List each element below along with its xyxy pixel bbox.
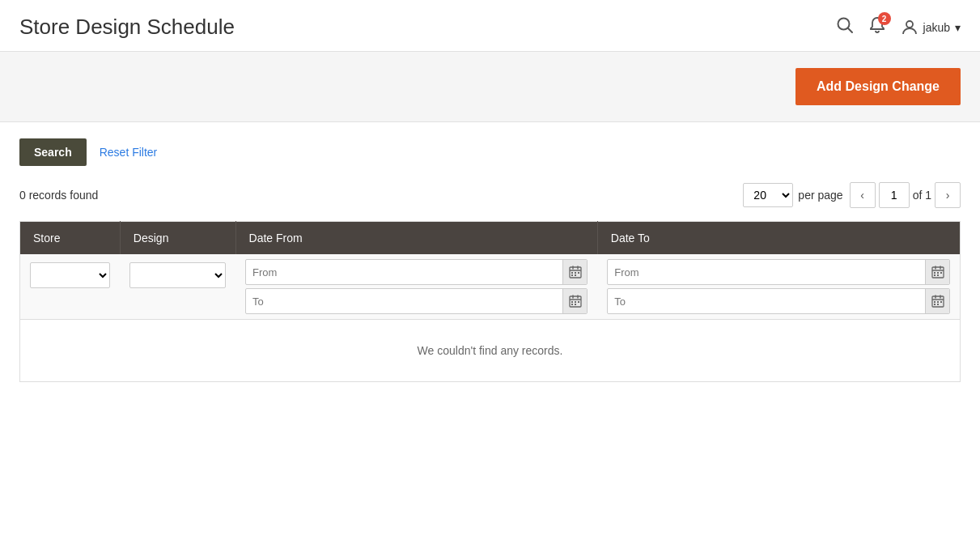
date-from-to-row (245, 288, 588, 314)
svg-point-2 (906, 21, 913, 28)
date-to-from-calendar-button[interactable] (925, 260, 949, 284)
date-to-to-input[interactable] (608, 291, 925, 312)
design-filter-cell (120, 254, 235, 320)
content-area: Search Reset Filter 0 records found 20 5… (0, 122, 980, 398)
svg-rect-7 (571, 272, 573, 274)
header: Store Design Schedule 2 jakub ▾ (0, 0, 980, 52)
prev-page-button[interactable]: ‹ (850, 182, 876, 208)
design-filter-select[interactable] (129, 262, 226, 288)
svg-line-1 (847, 28, 851, 32)
store-filter-select[interactable] (30, 262, 110, 288)
svg-rect-11 (575, 274, 576, 276)
page-of-label: of 1 (913, 189, 931, 202)
page-number-input[interactable] (879, 182, 910, 208)
svg-rect-17 (575, 301, 576, 303)
svg-rect-18 (578, 301, 579, 303)
add-design-change-button[interactable]: Add Design Change (795, 68, 961, 105)
header-actions: 2 jakub ▾ (836, 16, 961, 38)
date-from-to-calendar-button[interactable] (562, 289, 587, 313)
per-page-selector: 20 50 100 per page (743, 183, 842, 207)
table-header-row: Store Design Date From Date To (20, 222, 961, 255)
col-design: Design (120, 222, 235, 255)
user-menu-button[interactable]: jakub ▾ (901, 19, 961, 36)
date-to-input-group (607, 259, 950, 314)
date-from-filter-cell (235, 254, 597, 320)
svg-rect-35 (937, 301, 939, 303)
svg-rect-29 (937, 274, 939, 276)
per-page-select[interactable]: 20 50 100 (743, 183, 793, 207)
date-to-filter-cell (597, 254, 960, 320)
chevron-down-icon: ▾ (955, 21, 961, 34)
reset-filter-link[interactable]: Reset Filter (100, 146, 158, 159)
notification-badge: 2 (878, 12, 891, 25)
date-to-from-row (607, 259, 950, 285)
date-to-from-input[interactable] (608, 262, 925, 283)
date-to-to-calendar-button[interactable] (925, 289, 949, 313)
col-date-to: Date To (597, 222, 960, 255)
col-store: Store (20, 222, 121, 255)
notifications-button[interactable]: 2 (868, 16, 886, 38)
store-filter-cell (20, 254, 121, 320)
next-page-button[interactable]: › (935, 182, 961, 208)
svg-rect-25 (934, 272, 935, 274)
date-from-to-input[interactable] (246, 291, 562, 312)
svg-rect-19 (571, 304, 573, 305)
svg-rect-26 (937, 272, 939, 274)
date-from-input-group (245, 259, 588, 314)
svg-rect-27 (940, 272, 942, 274)
toolbar-bar: Add Design Change (0, 52, 980, 122)
date-from-from-input[interactable] (246, 262, 562, 283)
svg-rect-9 (578, 272, 579, 274)
svg-rect-8 (575, 272, 576, 274)
svg-rect-38 (937, 304, 939, 305)
pagination-row: 0 records found 20 50 100 per page ‹ of … (19, 182, 961, 208)
records-found: 0 records found (19, 189, 98, 202)
col-date-from: Date From (235, 222, 597, 255)
svg-rect-28 (934, 274, 935, 276)
empty-state-row: We couldn't find any records. (20, 320, 961, 382)
filter-row: Search Reset Filter (19, 138, 961, 166)
svg-rect-37 (934, 304, 935, 305)
svg-rect-16 (571, 301, 573, 303)
empty-state-message: We couldn't find any records. (20, 320, 961, 382)
pagination-controls: 20 50 100 per page ‹ of 1 › (743, 182, 961, 208)
date-from-from-calendar-button[interactable] (562, 260, 587, 284)
date-from-from-row (245, 259, 588, 285)
page-navigation: ‹ of 1 › (850, 182, 961, 208)
svg-rect-20 (575, 304, 576, 305)
date-to-to-row (607, 288, 950, 314)
page-title: Store Design Schedule (19, 15, 235, 40)
search-button[interactable]: Search (19, 138, 87, 166)
search-icon-button[interactable] (836, 16, 854, 38)
data-table: Store Design Date From Date To (19, 221, 961, 382)
per-page-label: per page (798, 189, 842, 202)
svg-rect-36 (940, 301, 942, 303)
filter-input-row (20, 254, 961, 320)
svg-rect-34 (934, 301, 935, 303)
user-name: jakub (923, 21, 950, 34)
svg-rect-10 (571, 274, 573, 276)
